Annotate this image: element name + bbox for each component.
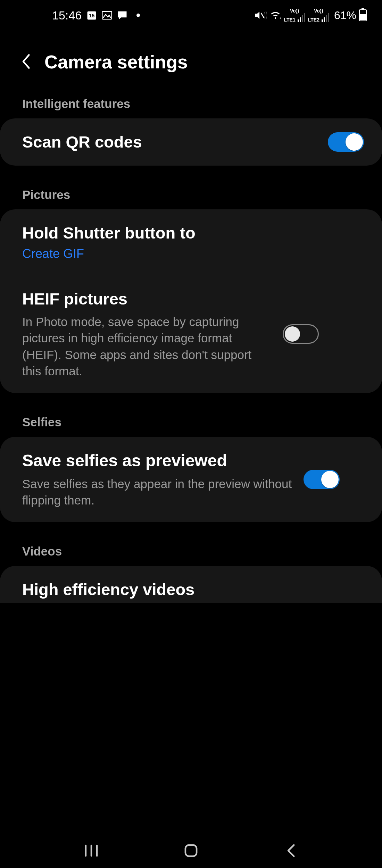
row-value: Create GIF (22, 247, 364, 261)
toggle-scan-qr-codes[interactable] (328, 132, 364, 152)
row-heif-pictures[interactable]: HEIF pictures In Photo mode, save space … (17, 275, 365, 393)
message-icon (117, 10, 127, 20)
wifi-icon: + (269, 11, 281, 20)
svg-text:+: + (280, 16, 281, 20)
row-hold-shutter[interactable]: Hold Shutter button to Create GIF (0, 209, 382, 275)
android-nav-bar (0, 833, 382, 868)
row-description: In Photo mode, save space by capturing p… (22, 314, 272, 379)
svg-rect-2 (102, 11, 112, 19)
row-scan-qr-codes[interactable]: Scan QR codes (0, 118, 382, 166)
section-intelligent-features: Intelligent features (0, 97, 382, 118)
recents-icon (83, 844, 99, 858)
chevron-left-icon (21, 53, 31, 70)
toggle-heif-pictures[interactable] (283, 324, 319, 344)
section-videos: Videos (0, 544, 382, 566)
vibrate-mute-icon (254, 10, 267, 20)
row-title: HEIF pictures (22, 289, 272, 309)
status-time: 15:46 (52, 9, 82, 22)
picture-icon (102, 11, 112, 20)
page-title: Camera settings (44, 51, 188, 73)
row-description: Save selfies as they appear in the previ… (22, 476, 293, 509)
section-pictures: Pictures (0, 188, 382, 209)
header: Camera settings (0, 31, 382, 97)
toggle-save-selfies-previewed[interactable] (304, 470, 340, 489)
nav-back-button[interactable] (277, 840, 305, 861)
row-title: Scan QR codes (22, 132, 317, 152)
status-bar: 15:46 15 + Vo)) LTE1 (0, 0, 382, 31)
svg-rect-9 (185, 845, 197, 856)
row-save-selfies-previewed[interactable]: Save selfies as previewed Save selfies a… (0, 437, 382, 522)
battery-percent: 61% (334, 9, 356, 22)
nav-recents-button[interactable] (77, 840, 105, 861)
chevron-left-icon (284, 843, 297, 858)
svg-text:15: 15 (89, 12, 95, 18)
row-title: High efficiency videos (22, 580, 364, 599)
nav-home-button[interactable] (177, 840, 205, 861)
calendar-icon: 15 (86, 10, 97, 20)
row-title: Hold Shutter button to (22, 223, 364, 243)
section-selfies: Selfies (0, 415, 382, 437)
home-icon (183, 843, 199, 859)
row-title: Save selfies as previewed (22, 451, 293, 471)
sim2-signal: Vo)) LTE2 (308, 8, 329, 22)
row-high-efficiency-videos[interactable]: High efficiency videos (0, 566, 382, 603)
back-button[interactable] (21, 53, 31, 71)
sim1-signal: Vo)) LTE1 (284, 8, 305, 22)
battery-icon (359, 9, 367, 21)
more-notifications-dot (136, 14, 140, 17)
